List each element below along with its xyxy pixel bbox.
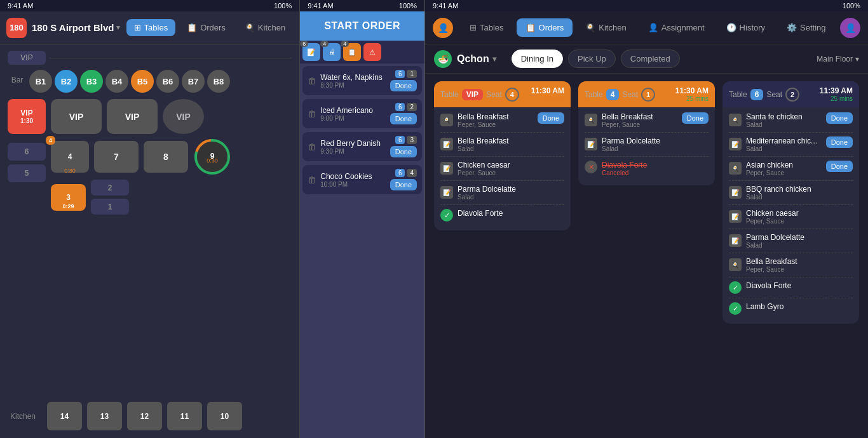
food-done-0-0[interactable]: Done bbox=[538, 112, 564, 124]
order-list: 🗑 Water 6x, Napkins 8:30 PM 6 1 Done 🗑 I… bbox=[300, 63, 424, 438]
food-check-2-8: ✓ bbox=[729, 302, 742, 315]
table-6-label[interactable]: 6 bbox=[8, 143, 46, 161]
seat-badge-2: 2 bbox=[785, 88, 799, 102]
table-b8[interactable]: B8 bbox=[207, 70, 230, 93]
order-tab-1[interactable]: 6 📝 bbox=[302, 43, 320, 61]
order-tab-4[interactable]: ⚠ bbox=[363, 43, 381, 61]
table-1[interactable]: 1 bbox=[91, 199, 129, 215]
order-tab-badge-3: 4 bbox=[341, 41, 349, 47]
orders-sub-header: 🍜 Qchon ▾ Dining In Pick Up Completed Ma… bbox=[425, 44, 868, 74]
assignment-icon: 👤 bbox=[648, 23, 658, 32]
done-btn-0[interactable]: Done bbox=[390, 80, 417, 91]
table-9-circle[interactable]: 9 0:30 bbox=[193, 138, 231, 176]
trash-icon-1[interactable]: 🗑 bbox=[308, 109, 316, 119]
food-name-1-2: Diavola Forte bbox=[602, 161, 709, 169]
food-name-0-0: Bella Breakfast bbox=[458, 112, 533, 121]
table-b4[interactable]: B4 bbox=[105, 70, 128, 93]
food-item-2-7: ✓ Diavola Forte bbox=[729, 281, 853, 298]
table-7[interactable]: 7 bbox=[94, 141, 139, 173]
tab-tables-left[interactable]: ⊞ Tables bbox=[126, 19, 176, 36]
table-b1[interactable]: B1 bbox=[29, 70, 52, 93]
table-4-badge[interactable]: 4 4 0:30 bbox=[51, 141, 89, 173]
filter-pick-up[interactable]: Pick Up bbox=[568, 50, 616, 68]
food-item-0-3: 📝 Parma Dolcelatte Salad bbox=[440, 185, 564, 205]
trash-icon-2[interactable]: 🗑 bbox=[308, 142, 316, 152]
order-item-name-3: Choco Cookies bbox=[320, 172, 386, 181]
food-sub-2-1: Salad bbox=[746, 145, 822, 152]
order-item-0: 🗑 Water 6x, Napkins 8:30 PM 6 1 Done bbox=[302, 66, 422, 95]
food-done-2-0[interactable]: Done bbox=[826, 112, 853, 124]
order-tab-badge-2: 4 bbox=[320, 41, 329, 47]
done-btn-2[interactable]: Done bbox=[390, 146, 417, 157]
trash-icon-0[interactable]: 🗑 bbox=[308, 76, 316, 86]
table-13[interactable]: 13 bbox=[87, 402, 122, 430]
food-sub-2-3: Salad bbox=[746, 194, 853, 201]
food-icon-2-4: 📝 bbox=[729, 210, 742, 223]
count1-2: 6 bbox=[395, 136, 405, 144]
food-icon-0-1: 📝 bbox=[440, 138, 453, 150]
table-vip-1[interactable]: VIP bbox=[51, 99, 102, 134]
table-b2[interactable]: B2 bbox=[55, 70, 78, 93]
table-12[interactable]: 12 bbox=[127, 402, 162, 430]
tab-kitchen-left[interactable]: 🍳 Kitchen bbox=[237, 19, 293, 36]
order-tab-3[interactable]: 4 📋 bbox=[343, 43, 361, 61]
kitchen-row: Kitchen 14 13 12 11 10 bbox=[5, 399, 294, 433]
order-tab-2[interactable]: 4 🖨 bbox=[323, 43, 341, 61]
tab-history-right[interactable]: 🕐 History bbox=[717, 18, 774, 37]
table-badge-2: 6 bbox=[750, 89, 764, 100]
table-b7[interactable]: B7 bbox=[182, 70, 205, 93]
trash-icon-3[interactable]: 🗑 bbox=[308, 175, 316, 185]
table-2[interactable]: 2 bbox=[91, 180, 129, 196]
status-bar-right: 9:41 AM 100% bbox=[425, 0, 868, 11]
food-item-2-0: 🍳 Santa fe chicken Salad Done bbox=[729, 112, 853, 133]
table-10[interactable]: 10 bbox=[207, 402, 242, 430]
card-time-0: 11:30 AM bbox=[531, 86, 564, 95]
filter-tabs: Dining In Pick Up Completed bbox=[512, 50, 680, 68]
left-panel: 9:41 AM 100% 180 180 S Airport Blvd ▾ ⊞ … bbox=[0, 0, 300, 438]
tab-tables-right[interactable]: ⊞ Tables bbox=[461, 18, 513, 37]
seat-label-0: Seat bbox=[486, 90, 502, 99]
vip-badge-red[interactable]: VIP 1:30 bbox=[8, 99, 46, 134]
table-5-label[interactable]: 5 bbox=[8, 164, 46, 182]
table-label-0: Table bbox=[440, 90, 459, 99]
food-done-2-1[interactable]: Done bbox=[826, 136, 853, 148]
nav-logo-left: 180 bbox=[6, 18, 27, 38]
tab-orders-right[interactable]: 📋 Orders bbox=[517, 18, 573, 37]
table-11[interactable]: 11 bbox=[167, 402, 202, 430]
food-sub-0-3: Salad bbox=[458, 194, 564, 201]
order-card-header-1: Table 4 Seat 1 11:30 AM 25 mins bbox=[578, 81, 715, 107]
done-btn-1[interactable]: Done bbox=[390, 113, 417, 124]
food-name-2-7: Diavola Forte bbox=[746, 281, 853, 290]
done-btn-3[interactable]: Done bbox=[390, 179, 417, 190]
food-name-2-5: Parma Dolcelatte bbox=[746, 233, 853, 242]
card-duration-2: 25 mins bbox=[820, 95, 853, 102]
order-item-name-0: Water 6x, Napkins bbox=[320, 73, 386, 82]
main-floor-selector[interactable]: Main Floor ▾ bbox=[817, 55, 859, 63]
table-vip-round[interactable]: VIP bbox=[163, 99, 204, 134]
table-3-badge[interactable]: 3 0:29 bbox=[51, 184, 86, 211]
food-item-2-5: 📝 Parma Dolcelatte Salad bbox=[729, 233, 853, 253]
table-8[interactable]: 8 bbox=[144, 141, 188, 173]
canceled-label-1-2: Canceled bbox=[602, 169, 709, 176]
food-sub-2-5: Salad bbox=[746, 242, 853, 249]
order-card-header-2: Table 6 Seat 2 11:39 AM 25 mins bbox=[722, 81, 859, 107]
table-content-left: VIP Bar B1 B2 B3 B4 B5 B6 B7 B8 VIP 1:30… bbox=[0, 44, 299, 438]
table-vip-2[interactable]: VIP bbox=[107, 99, 158, 134]
food-item-0-2: 📝 Chicken caesar Peper, Sauce bbox=[440, 161, 564, 181]
table-b6[interactable]: B6 bbox=[156, 70, 179, 93]
order-item-name-1: Iced Americano bbox=[320, 106, 386, 115]
table-14[interactable]: 14 bbox=[47, 402, 82, 430]
tab-assignment-right[interactable]: 👤 Assignment bbox=[639, 18, 714, 37]
tab-setting-right[interactable]: ⚙️ Setting bbox=[778, 18, 834, 37]
food-done-2-2[interactable]: Done bbox=[826, 161, 853, 172]
table-b3[interactable]: B3 bbox=[80, 70, 103, 93]
order-card-1: Table 4 Seat 1 11:30 AM 25 mins 🍳 Bell bbox=[578, 81, 715, 185]
filter-dining-in[interactable]: Dining In bbox=[512, 50, 563, 68]
tab-kitchen-right[interactable]: 🍳 Kitchen bbox=[576, 18, 635, 37]
filter-completed[interactable]: Completed bbox=[621, 50, 680, 68]
table-badge-1: 4 bbox=[606, 89, 620, 100]
tab-orders-left[interactable]: 📋 Orders bbox=[179, 19, 233, 36]
order-tab-badge-1: 6 bbox=[300, 41, 308, 47]
table-b5[interactable]: B5 bbox=[131, 70, 154, 93]
food-done-1-0[interactable]: Done bbox=[682, 112, 709, 124]
